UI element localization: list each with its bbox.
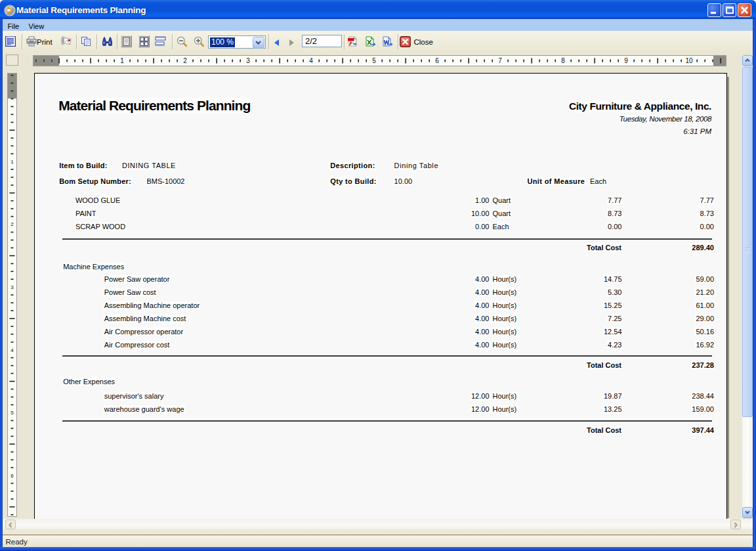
- svg-text:7: 7: [498, 57, 502, 64]
- svg-text:9: 9: [624, 57, 628, 64]
- svg-text:3: 3: [10, 284, 14, 290]
- svg-text:2: 2: [10, 221, 14, 227]
- svg-text:5: 5: [10, 410, 14, 416]
- svg-text:5: 5: [372, 57, 376, 64]
- svg-text:6: 6: [10, 473, 14, 479]
- svg-text:6: 6: [435, 57, 439, 64]
- svg-text:10: 10: [686, 57, 694, 64]
- svg-text:4: 4: [10, 347, 14, 353]
- svg-text:4: 4: [309, 57, 313, 64]
- svg-text:1: 1: [10, 159, 14, 165]
- svg-text:8: 8: [561, 57, 565, 64]
- svg-text:3: 3: [246, 57, 250, 64]
- svg-text:2: 2: [183, 57, 187, 64]
- svg-text:1: 1: [120, 57, 124, 64]
